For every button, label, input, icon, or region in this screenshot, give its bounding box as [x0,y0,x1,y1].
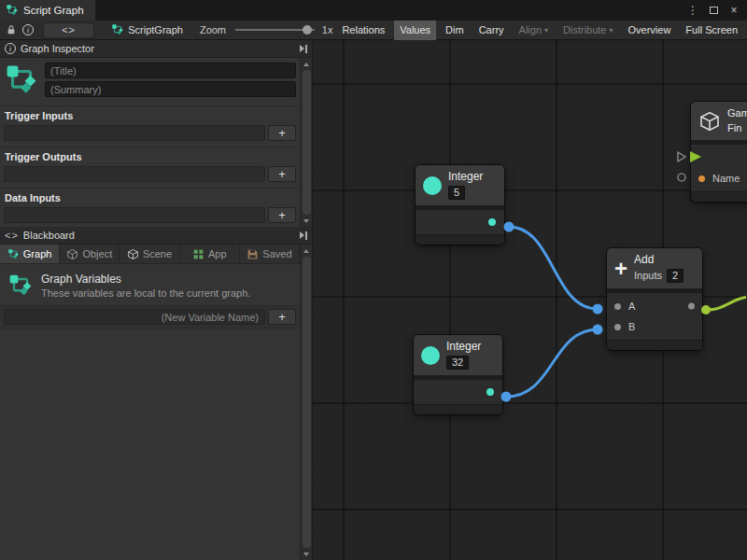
zoom-slider-knob[interactable] [303,25,312,35]
trigger-outputs-list[interactable] [4,166,265,182]
graph-canvas[interactable]: Integer 5 Integer 32 [313,40,747,560]
dock-bar [305,45,307,53]
wire-add-output[interactable] [706,297,746,310]
align-label: Align [519,24,542,35]
flow-input-port-triangle[interactable] [678,152,685,161]
toolbar-relations-button[interactable]: Relations [336,21,390,40]
integer-output-port[interactable] [486,388,494,396]
scroll-down-icon[interactable] [302,549,312,559]
window-close-icon[interactable]: × [725,0,743,21]
scene-cube-icon [127,248,139,260]
tab-app-label: App [208,248,227,259]
title-summary-fields [45,63,296,97]
info-icon[interactable]: i [22,24,34,35]
window-maximize-icon[interactable] [704,0,723,21]
value-port-circle[interactable] [678,174,685,181]
wire-endpoint-dot[interactable] [593,304,603,315]
integer-value-field[interactable]: 32 [446,356,469,370]
window-menu-icon[interactable]: ⋮ [684,0,702,21]
trigger-inputs-list[interactable] [4,125,265,141]
graph-asset-row [0,58,300,102]
new-variable-input[interactable] [4,309,265,325]
node-add[interactable]: + Add Inputs 2 A B [607,248,702,350]
tab-graph[interactable]: Graph [0,245,60,263]
node-footer [691,191,747,202]
wire-endpoint-dot-green[interactable] [701,305,711,315]
wire-integer5-to-add-a[interactable] [509,227,598,309]
wire-integer32-to-add-b[interactable] [506,329,598,397]
scrollbar-thumb[interactable] [303,257,311,548]
toolbar-carry-button[interactable]: Carry [473,21,510,40]
tab-saved[interactable]: Saved [240,245,300,263]
object-cube-icon [66,248,78,260]
inspector-scrollbar[interactable] [300,58,312,227]
zoom-label: Zoom [200,24,226,35]
breadcrumb[interactable]: ScriptGraph [111,23,183,36]
integer-value-field[interactable]: 5 [448,186,465,200]
tab-scene[interactable]: Scene [120,245,179,263]
lock-icon[interactable] [4,22,19,37]
inputs-count-field[interactable]: 2 [667,269,684,283]
port-row-a: A [607,296,702,316]
info-icon: i [5,43,16,54]
distribute-label: Distribute [563,24,606,35]
scroll-down-icon[interactable] [302,216,312,226]
node-integer-32[interactable]: Integer 32 [414,335,502,414]
dock-icon[interactable] [300,45,307,53]
section-data-inputs-label: Data Inputs [0,188,300,205]
node-find[interactable]: Gam Fin Name [691,102,747,202]
graph-variables-description: These variables are local to the current… [41,287,250,299]
data-inputs-list[interactable] [4,207,265,223]
graph-title-input[interactable] [45,63,296,78]
node-footer [607,340,702,350]
integer-output-port[interactable] [488,218,496,226]
dim-label: Dim [445,24,464,35]
toolbar-distribute-button[interactable]: Distribute▾ [557,21,618,40]
add-data-input-button[interactable]: + [268,207,296,223]
node-integer-5[interactable]: Integer 5 [416,165,504,245]
scrollbar-thumb[interactable] [303,70,311,215]
node-title-line2: Fin [727,122,747,134]
add-icon: + [614,259,627,278]
blackboard-scrollbar[interactable] [300,245,312,560]
graph-summary-input[interactable] [45,81,296,97]
add-variable-button[interactable]: + [268,309,296,325]
graph-variables-block: Graph Variables These variables are loca… [0,264,300,305]
integer-literal-icon [421,346,440,365]
add-output-port[interactable] [688,303,695,310]
port-b-label: B [628,321,635,332]
toolbar-values-button[interactable]: Values [394,21,436,40]
input-port-a[interactable] [614,303,621,310]
add-trigger-output-button[interactable]: + [268,166,296,182]
overview-label: Overview [628,24,671,35]
blackboard-content: Graph Object Scene App [0,245,300,560]
code-view-button[interactable]: <> [43,22,94,38]
port-a-label: A [628,301,635,312]
wire-endpoint-dot[interactable] [501,392,512,402]
tab-scene-label: Scene [143,248,172,259]
wire-endpoint-dot[interactable] [593,325,603,335]
toolbar-align-button[interactable]: Align▾ [514,21,554,40]
fullscreen-label: Full Screen [685,24,738,35]
name-port-row: Name [691,168,747,189]
tab-object[interactable]: Object [60,245,120,263]
wire-endpoint-dot[interactable] [504,222,514,232]
tab-script-graph[interactable]: Script Graph [0,0,95,21]
tab-app[interactable]: App [180,245,240,263]
trigger-outputs-row: + [0,164,300,184]
node-ports [416,210,504,234]
toolbar-overview-button[interactable]: Overview [623,21,677,40]
string-input-port[interactable] [698,175,705,182]
add-trigger-input-button[interactable]: + [268,125,296,141]
graph-inspector-content: Trigger Inputs + Trigger Outputs + Data … [0,58,300,227]
scroll-up-icon[interactable] [302,59,312,69]
dock-icon[interactable] [300,231,307,240]
code-icon: <> [5,230,19,241]
toolbar-fullscreen-button[interactable]: Full Screen [680,21,743,40]
scroll-up-icon[interactable] [302,245,312,256]
toolbar-dim-button[interactable]: Dim [440,21,470,40]
blackboard-title: Blackboard [23,230,75,241]
input-port-b[interactable] [614,324,621,330]
node-footer [414,404,502,414]
zoom-slider[interactable] [235,23,315,36]
